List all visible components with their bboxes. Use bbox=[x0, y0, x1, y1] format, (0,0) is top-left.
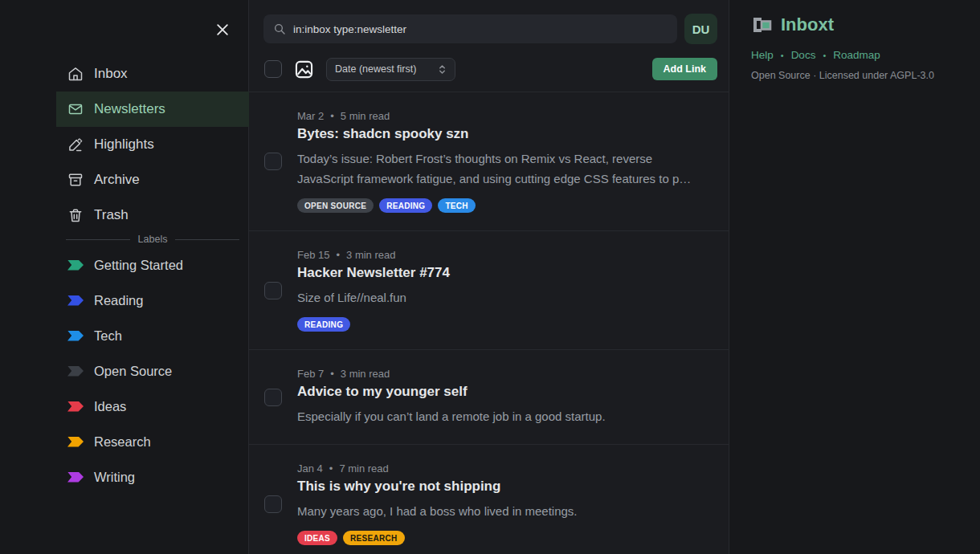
meta-separator: • bbox=[330, 110, 334, 122]
card-read-time: 5 min read bbox=[341, 110, 390, 122]
newsletter-card[interactable]: Feb 15 • 3 min read Hacker Newsletter #7… bbox=[249, 230, 729, 349]
card-checkbox[interactable] bbox=[264, 495, 282, 513]
card-meta: Feb 7 • 3 min read bbox=[297, 368, 709, 380]
archive-icon bbox=[67, 172, 84, 188]
sort-order-select[interactable]: Date (newest first) bbox=[326, 58, 455, 81]
image-view-toggle-button[interactable] bbox=[293, 59, 315, 80]
tag-badge: TECH bbox=[438, 198, 475, 213]
card-body: Feb 7 • 3 min read Advice to my younger … bbox=[297, 368, 709, 426]
tag-badge: IDEAS bbox=[297, 531, 337, 545]
search-row: DU bbox=[249, 0, 729, 44]
sidebar-item-archive[interactable]: Archive bbox=[56, 162, 249, 198]
close-icon bbox=[214, 22, 231, 38]
license-text: Open Source · Licensed under AGPL-3.0 bbox=[751, 70, 964, 81]
card-title: Bytes: shadcn spooky szn bbox=[297, 126, 709, 142]
labels-list: Getting Started Reading Tech Open Source… bbox=[0, 247, 249, 495]
chevron-up-down-icon bbox=[438, 64, 447, 75]
label-name: Reading bbox=[94, 293, 143, 308]
label-item-reading[interactable]: Reading bbox=[56, 283, 249, 318]
link-separator: • bbox=[823, 51, 826, 60]
home-icon bbox=[67, 66, 84, 82]
image-icon bbox=[293, 59, 315, 80]
tag-badge: READING bbox=[379, 198, 432, 213]
card-checkbox[interactable] bbox=[264, 153, 282, 170]
mail-icon bbox=[67, 101, 84, 117]
card-preview: Many years ago, I had a boss who lived i… bbox=[297, 501, 709, 521]
close-sidebar-button[interactable] bbox=[209, 16, 236, 43]
select-all-checkbox[interactable] bbox=[264, 60, 282, 78]
newsletter-card[interactable]: Feb 7 • 3 min read Advice to my younger … bbox=[249, 349, 729, 444]
sidebar-item-label: Archive bbox=[94, 172, 140, 188]
label-item-getting-started[interactable]: Getting Started bbox=[56, 247, 249, 283]
card-read-time: 3 min read bbox=[346, 249, 395, 261]
card-body: Mar 2 • 5 min read Bytes: shadcn spooky … bbox=[297, 110, 709, 213]
label-item-open-source[interactable]: Open Source bbox=[56, 353, 249, 389]
app-title: Inboxt bbox=[781, 14, 834, 35]
card-meta: Jan 4 • 7 min read bbox=[297, 462, 709, 475]
sidebar-item-newsletters[interactable]: Newsletters bbox=[56, 92, 249, 127]
add-link-button[interactable]: Add Link bbox=[652, 58, 717, 80]
card-checkbox[interactable] bbox=[264, 389, 282, 406]
link-separator: • bbox=[781, 51, 784, 60]
label-tag-icon bbox=[67, 331, 84, 341]
label-item-research[interactable]: Research bbox=[56, 424, 249, 459]
newsletter-card[interactable]: Jan 4 • 7 min read This is why you're no… bbox=[249, 444, 729, 554]
label-name: Getting Started bbox=[94, 258, 183, 273]
about-links: Help • Docs • Roadmap bbox=[751, 49, 964, 61]
card-read-time: 7 min read bbox=[339, 462, 388, 475]
search-box[interactable] bbox=[263, 14, 677, 43]
label-tag-icon bbox=[67, 437, 84, 447]
label-item-ideas[interactable]: Ideas bbox=[56, 389, 249, 424]
sidebar-item-label: Inbox bbox=[94, 66, 128, 82]
label-tag-icon bbox=[67, 295, 84, 306]
sidebar-item-highlights[interactable]: Highlights bbox=[56, 127, 249, 162]
labels-section-header: Labels bbox=[66, 234, 239, 245]
card-title: This is why you're not shipping bbox=[297, 479, 709, 495]
sidebar-nav: Inbox Newsletters Highlights Archive Tra… bbox=[0, 56, 249, 233]
card-checkbox[interactable] bbox=[264, 282, 282, 299]
about-panel: Inboxt Help • Docs • Roadmap Open Source… bbox=[730, 0, 980, 554]
roadmap-link[interactable]: Roadmap bbox=[833, 49, 880, 61]
card-tag-row: OPEN SOURCE READING TECH bbox=[297, 198, 709, 213]
label-name: Research bbox=[94, 434, 151, 450]
label-name: Open Source bbox=[94, 364, 172, 379]
meta-separator: • bbox=[329, 462, 333, 475]
tag-badge: RESEARCH bbox=[343, 531, 405, 545]
label-tag-icon bbox=[67, 260, 84, 271]
card-preview: Especially if you can’t land a remote jo… bbox=[297, 406, 709, 426]
help-link[interactable]: Help bbox=[751, 49, 774, 61]
label-name: Ideas bbox=[94, 399, 126, 414]
card-meta: Mar 2 • 5 min read bbox=[297, 110, 709, 122]
labels-header-text: Labels bbox=[138, 234, 168, 245]
card-title: Hacker Newsletter #774 bbox=[297, 265, 709, 281]
tag-badge: OPEN SOURCE bbox=[297, 198, 374, 213]
search-input[interactable] bbox=[293, 23, 668, 35]
card-read-time: 3 min read bbox=[341, 368, 390, 380]
list-toolbar: Date (newest first) Add Link bbox=[249, 44, 729, 80]
label-item-tech[interactable]: Tech bbox=[56, 318, 249, 353]
card-body: Feb 15 • 3 min read Hacker Newsletter #7… bbox=[297, 249, 709, 332]
sidebar-item-label: Highlights bbox=[94, 136, 154, 153]
card-tag-row: IDEAS RESEARCH bbox=[297, 531, 709, 545]
newsletter-list-panel: DU Date (newest first) Add Link Mar 2 • … bbox=[249, 0, 729, 554]
docs-link[interactable]: Docs bbox=[791, 49, 816, 61]
sort-order-value: Date (newest first) bbox=[335, 63, 416, 75]
card-date: Jan 4 bbox=[297, 462, 323, 475]
newsletter-card-list: Mar 2 • 5 min read Bytes: shadcn spooky … bbox=[249, 92, 729, 554]
label-item-writing[interactable]: Writing bbox=[56, 459, 249, 495]
brand-row: Inboxt bbox=[751, 14, 964, 35]
sidebar: Inbox Newsletters Highlights Archive Tra… bbox=[0, 0, 249, 554]
card-body: Jan 4 • 7 min read This is why you're no… bbox=[297, 462, 709, 545]
card-preview: Today’s issue: Robert Frost’s thoughts o… bbox=[297, 149, 709, 189]
card-date: Feb 15 bbox=[297, 249, 329, 261]
sidebar-item-inbox[interactable]: Inbox bbox=[56, 56, 249, 92]
user-avatar[interactable]: DU bbox=[684, 14, 717, 44]
trash-icon bbox=[67, 207, 84, 223]
label-name: Writing bbox=[94, 470, 135, 485]
sidebar-item-trash[interactable]: Trash bbox=[56, 198, 249, 233]
card-tag-row: READING bbox=[297, 317, 709, 332]
card-meta: Feb 15 • 3 min read bbox=[297, 249, 709, 261]
newsletter-card[interactable]: Mar 2 • 5 min read Bytes: shadcn spooky … bbox=[249, 92, 729, 230]
label-name: Tech bbox=[94, 328, 122, 344]
card-preview: Size of Life//neal.fun bbox=[297, 287, 709, 308]
